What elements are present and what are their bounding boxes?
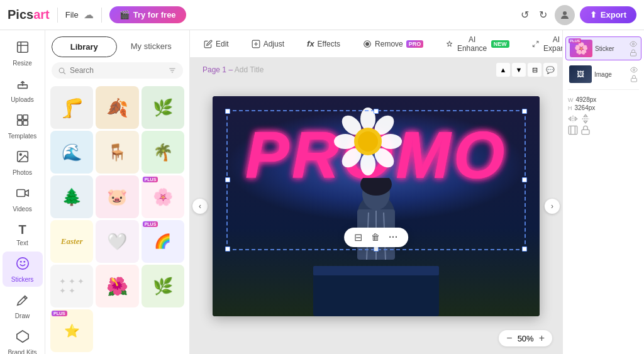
uploads-icon	[16, 77, 30, 94]
prop-height-value: 3264px	[575, 104, 596, 111]
svg-point-20	[366, 42, 369, 45]
try-for-free-button[interactable]: 🎬 Try for free	[109, 6, 186, 23]
ai-enhance-button[interactable]: AI Enhance NEW	[440, 32, 515, 56]
text-label: Text	[16, 240, 28, 246]
sticker-item-6[interactable]: 🌴	[142, 131, 184, 174]
adjust-button[interactable]: Adjust	[245, 36, 291, 52]
zoom-out-button[interactable]: −	[506, 333, 512, 344]
redo-button[interactable]: ↻	[536, 6, 550, 23]
export-button[interactable]: ⬆ Export	[580, 6, 636, 23]
eye-icon-sticker[interactable]	[630, 40, 637, 48]
prop-width-value: 4928px	[576, 96, 597, 103]
flip-v-icon[interactable]	[580, 114, 591, 124]
sticker-item-1[interactable]: 🦵	[50, 86, 93, 129]
sticker-item-8[interactable]: 🐷	[96, 175, 138, 218]
layer-icons-image	[630, 66, 638, 82]
flip-h-icon[interactable]	[568, 114, 578, 124]
undo-button[interactable]: ↺	[518, 6, 531, 23]
sticker-panel: Library My stickers 🦵 🍂 🌿 🌊 🪑	[45, 30, 190, 354]
sticker-item-2[interactable]: 🍂	[96, 86, 138, 129]
page-nav-down[interactable]: ▼	[512, 63, 526, 77]
svg-rect-3	[17, 115, 21, 119]
sticker-item-12[interactable]: PLUS 🌈	[142, 220, 184, 263]
layer-item-sticker[interactable]: 🌸 Sticker PLUS	[565, 36, 641, 60]
effects-button[interactable]: fx Effects	[301, 36, 347, 52]
sticker-item-13[interactable]: ✦ ✦ ✦✦ ✦	[50, 265, 93, 307]
sidebar-item-draw[interactable]: Draw	[3, 288, 43, 323]
crop-icon[interactable]	[568, 125, 578, 135]
logo-art: art	[33, 8, 50, 21]
user-avatar[interactable]	[555, 5, 575, 25]
svg-line-22	[533, 44, 535, 46]
prop-height-row: H 3264px	[568, 104, 639, 111]
add-title[interactable]: Add Title	[235, 65, 264, 74]
zoom-level: 50%	[518, 334, 534, 343]
sidebar-item-text[interactable]: T Text	[3, 218, 43, 250]
ai-enhance-label: AI Enhance	[457, 35, 488, 53]
picsart-logo[interactable]: Picsart	[8, 8, 50, 22]
remove-pro-badge: PRO	[406, 40, 424, 48]
selection-more-btn[interactable]: ···	[389, 232, 398, 242]
sticker-item-14[interactable]: 🌺	[96, 265, 138, 307]
person-figure	[282, 178, 470, 316]
page-nav-comment[interactable]: 💬	[543, 63, 557, 77]
sticker-item-4[interactable]: 🌊	[50, 131, 93, 174]
tab-library[interactable]: Library	[52, 36, 117, 57]
page-nav-grid[interactable]: ⊟	[528, 63, 541, 77]
svg-point-27	[334, 134, 357, 149]
sticker-item-11[interactable]: 🤍	[96, 220, 138, 263]
sticker-item-5[interactable]: 🪑	[96, 131, 138, 174]
selection-copy-btn[interactable]: ⊟	[354, 231, 362, 243]
sidebar-item-stickers[interactable]: Stickers	[3, 252, 43, 287]
page-label: Page 1 – Add Title	[203, 65, 264, 74]
brand-kits-icon	[16, 329, 30, 346]
sidebar-item-templates[interactable]: Templates	[3, 108, 43, 143]
edit-button[interactable]: Edit	[197, 36, 235, 52]
sticker-item-7[interactable]: 🌲	[50, 175, 93, 218]
canvas-next-button[interactable]: ›	[545, 199, 560, 214]
canvas-prev-button[interactable]: ‹	[192, 199, 208, 214]
sticker-item-3[interactable]: 🌿	[142, 86, 184, 129]
layer-separator	[568, 89, 639, 90]
layer-item-image[interactable]: 🖼 Image	[565, 63, 641, 86]
sticker-item-9[interactable]: PLUS 🌸	[142, 175, 184, 218]
lock-layer-icon[interactable]	[580, 125, 591, 135]
cloud-icon[interactable]: ☁	[84, 9, 94, 21]
remove-button[interactable]: Remove PRO	[357, 36, 430, 52]
svg-rect-47	[631, 79, 637, 82]
file-menu[interactable]: File	[65, 10, 79, 19]
export-label: Export	[601, 10, 626, 19]
flower-svg	[334, 108, 402, 175]
tab-my-stickers[interactable]: My stickers	[119, 36, 184, 57]
search-input[interactable]	[70, 66, 164, 75]
sidebar-item-uploads[interactable]: Uploads	[3, 72, 43, 107]
brand-kits-label: Brand Kits	[8, 349, 36, 354]
svg-point-13	[59, 68, 64, 73]
zoom-control: − 50% +	[499, 330, 552, 346]
filter-icon[interactable]	[168, 66, 177, 75]
canvas[interactable]: PROMO PROMO	[213, 96, 540, 316]
page-nav-up[interactable]: ▲	[496, 63, 510, 77]
sticker-item-15[interactable]: 🌿	[142, 265, 184, 307]
svg-rect-45	[631, 53, 636, 57]
zoom-in-button[interactable]: +	[539, 333, 545, 344]
sticker-item-16[interactable]: PLUS ⭐	[50, 309, 93, 352]
svg-point-26	[360, 153, 375, 175]
lock-icon-sticker[interactable]	[630, 49, 637, 57]
text-icon: T	[18, 223, 26, 237]
eye-icon-image[interactable]	[630, 66, 638, 74]
sidebar-item-photos[interactable]: Photos	[3, 145, 43, 180]
lock-icon-image[interactable]	[630, 75, 638, 82]
edit-icon	[204, 40, 213, 48]
videos-label: Videos	[13, 206, 31, 213]
ai-expand-button[interactable]: AI Expand 0	[526, 32, 562, 56]
sidebar-item-videos[interactable]: Videos	[3, 181, 43, 216]
layer-properties: W 4928px H 3264px	[563, 92, 644, 138]
sticker-item-10[interactable]: Easter	[50, 220, 93, 263]
selection-delete-btn[interactable]: 🗑	[371, 232, 380, 242]
svg-rect-42	[313, 269, 439, 316]
logo-pics: Pics	[8, 8, 33, 21]
stickers-label: Stickers	[11, 276, 34, 283]
sidebar-item-brand-kits[interactable]: Brand Kits	[3, 324, 43, 354]
sidebar-item-resize[interactable]: Resize	[3, 35, 43, 70]
